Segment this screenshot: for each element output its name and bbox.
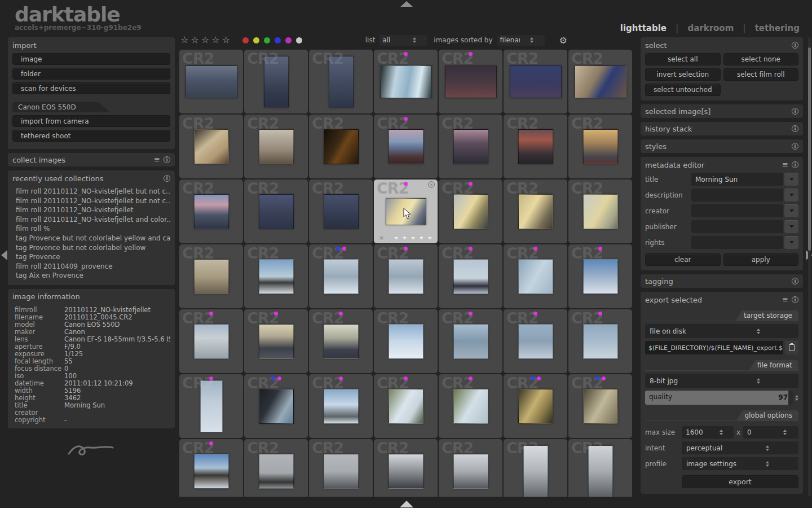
invert-selection-button[interactable]: invert selection [645,68,721,81]
max-height-input[interactable]: 0 [743,426,798,439]
image-thumbnail-cell[interactable]: CR2 [504,179,567,243]
color-label-dot-icon[interactable] [264,37,270,43]
rating-star-icon[interactable]: ☆ [222,36,230,45]
reset-icon[interactable]: i [164,175,170,182]
image-thumbnail-cell[interactable]: CR2 [374,374,438,438]
collapse-top-panel-arrow-icon[interactable] [400,1,413,7]
image-thumbnail-cell[interactable]: CR2 [504,244,567,308]
collect-images-panel-header[interactable]: collect images ≡ i [8,153,175,167]
rating-star-icon[interactable]: ☆ [191,36,198,45]
intent-dropdown[interactable]: perceptual [682,441,798,454]
image-thumbnail-cell[interactable]: CR2 [179,179,243,243]
metadata-publisher-dropdown-button[interactable] [784,220,798,233]
format-dropdown[interactable]: 8-bit jpg [645,374,798,388]
image-thumbnail-cell[interactable]: CR2 [504,50,567,113]
image-thumbnail-cell[interactable]: CR2 [568,244,632,308]
rating-star-icon[interactable]: ★ [410,234,416,242]
export-button[interactable]: export [682,475,798,488]
metadata-title-input[interactable]: Morning Sun [691,173,783,186]
rating-star-icon[interactable]: ★ [394,234,399,242]
image-thumbnail-cell[interactable]: CR2 [374,439,438,497]
color-label-dot-icon[interactable] [296,37,302,43]
metadata-description-dropdown-button[interactable] [784,189,798,202]
image-thumbnail-cell[interactable]: CR2 [439,115,502,178]
styles-panel-header[interactable]: styles i [641,139,803,153]
apply-button[interactable]: apply [723,253,799,266]
select-untouched-button[interactable]: select untouched [645,84,721,96]
metadata-rights-dropdown-button[interactable] [784,236,798,249]
image-thumbnail-cell[interactable]: CR2 [244,115,308,178]
reset-icon[interactable]: i [792,161,798,168]
metadata-publisher-input[interactable] [691,220,783,233]
storage-dropdown[interactable]: file on disk [645,324,798,338]
reset-icon[interactable]: i [792,296,798,303]
reset-icon[interactable]: i [792,108,798,115]
color-label-dot-icon[interactable] [253,37,259,43]
clear-button[interactable]: clear [645,253,721,266]
max-width-input[interactable]: 1600 [682,426,734,439]
image-thumbnail-cell[interactable]: CR2 [309,115,373,178]
image-thumbnail-cell[interactable]: CR2 [374,50,438,113]
rating-star-icon[interactable]: ☆ [201,36,209,45]
rating-star-icon[interactable]: ☆ [180,36,188,45]
image-thumbnail-cell[interactable]: CR2 [568,115,632,178]
rating-star-icon[interactable]: ★ [418,234,424,242]
settings-gear-icon[interactable]: ⚙ [559,35,567,46]
collection-list-item[interactable]: tag Aix en Provence [12,271,170,281]
max-height-stepper[interactable] [773,430,797,435]
folder-button[interactable]: folder [12,68,170,80]
deselect-icon[interactable]: × [428,181,435,188]
collection-list-item[interactable]: film roll 20110112_NO-kvistefjellet [12,205,170,215]
image-thumbnail-cell[interactable]: CR2 [244,244,308,308]
scan-for-devices-button[interactable]: scan for devices [12,82,170,94]
color-label-dot-icon[interactable] [285,37,292,43]
image-thumbnail-cell[interactable]: CR2 [568,374,632,438]
rating-star-icon[interactable]: ★ [427,234,433,242]
select-none-button[interactable]: select none [723,53,799,65]
image-thumbnail-cell[interactable]: CR2 [309,439,373,497]
tab-tethering[interactable]: tethering [755,23,800,33]
select-all-button[interactable]: select all [645,53,721,65]
image-thumbnail-cell[interactable]: CR2 [439,50,502,113]
image-thumbnail-cell[interactable]: CR2 [568,50,632,113]
metadata-description-input[interactable] [691,189,783,202]
scrollbar-thumb[interactable] [808,47,811,251]
rating-star-icon[interactable]: ☆ [211,36,219,45]
image-thumbnail-cell[interactable]: CR2 [439,309,502,373]
image-thumbnail-cell[interactable]: CR2 [504,309,567,373]
quality-stepper[interactable] [795,395,798,401]
image-thumbnail-cell[interactable]: CR2 [309,309,373,373]
image-thumbnail-cell[interactable]: CR2 [439,374,502,438]
profile-dropdown[interactable]: image settings [682,457,798,470]
history-stack-panel-header[interactable]: history stack i [641,122,803,135]
reject-icon[interactable]: × [379,234,384,242]
image-thumbnail-cell[interactable]: CR2 [179,374,243,438]
collapse-bottom-panel-arrow-icon[interactable] [400,501,413,507]
image-thumbnail-cell[interactable]: CR2 [179,244,243,308]
reset-icon[interactable]: i [164,156,170,163]
tab-lighttable[interactable]: lighttable [620,23,667,33]
reset-icon[interactable]: i [792,42,798,49]
color-label-dot-icon[interactable] [242,37,249,43]
max-width-stepper[interactable] [710,430,732,435]
reset-icon[interactable]: i [792,143,798,150]
collection-list-item[interactable]: film roll 20110409_provence [12,262,170,271]
path-template-button[interactable] [785,341,798,354]
image-thumbnail-cell[interactable]: CR2 [179,115,243,178]
import-from-camera-button[interactable]: import from camera [12,115,170,127]
image-thumbnail-cell[interactable]: CR2 [439,179,502,243]
image-thumbnail-cell[interactable]: CR2 [439,439,502,497]
filter-dropdown[interactable]: all [379,35,427,46]
image-thumbnail-cell[interactable]: CR2 [568,179,632,243]
right-panel-scrollbar[interactable] [808,37,811,497]
selected-images-panel-header[interactable]: selected image[s] i [641,104,803,118]
reset-icon[interactable]: i [792,125,798,132]
image-thumbnail-cell[interactable]: CR2 [309,179,373,243]
collection-list-item[interactable]: tag Provence but not colorlabel yellow [12,243,170,253]
image-thumbnail-cell[interactable]: CR2 [179,309,243,373]
reset-icon[interactable]: i [792,278,798,284]
image-thumbnail-cell[interactable]: CR2 [439,244,502,308]
image-thumbnail-cell[interactable]: CR2 [179,50,243,113]
metadata-rights-input[interactable] [691,236,783,249]
tagging-panel-header[interactable]: tagging i [641,274,803,288]
